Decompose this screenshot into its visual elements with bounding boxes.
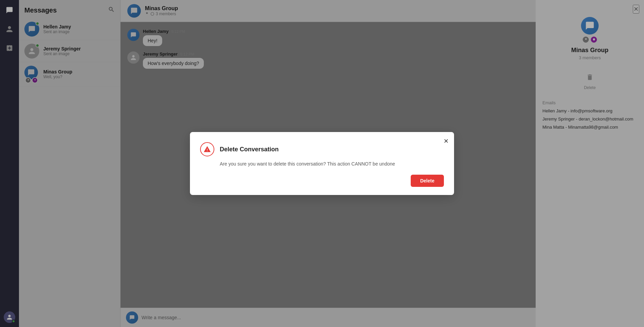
modal-close-button[interactable]: ✕ [444,137,449,145]
modal-header: Delete Conversation [200,142,444,156]
modal-delete-button[interactable]: Delete [411,175,444,187]
delete-conversation-modal: ✕ Delete Conversation Are you sure you w… [190,132,454,195]
warning-icon [200,142,214,156]
modal-overlay: ✕ Delete Conversation Are you sure you w… [0,0,644,327]
modal-body: Are you sure you want to delete this con… [200,161,444,167]
modal-footer: Delete [200,175,444,187]
modal-title: Delete Conversation [220,146,279,153]
